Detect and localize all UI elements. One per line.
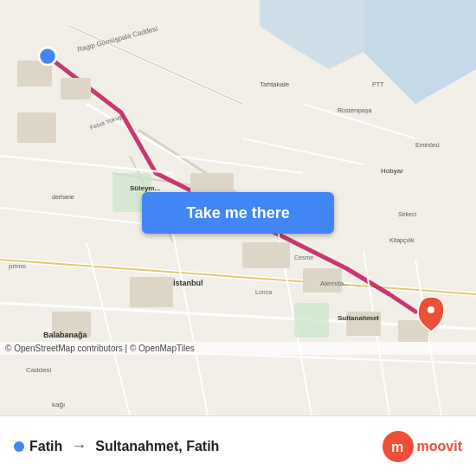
svg-text:Süleym...: Süleym...: [130, 184, 160, 192]
svg-text:Sultanahmet: Sultanahmet: [338, 314, 379, 322]
destination-label: Sultanahmet, Fatih: [95, 439, 219, 454]
origin-label: Fatih: [29, 439, 62, 454]
svg-text:Lonca: Lonca: [255, 289, 272, 295]
svg-text:Kitapçılık: Kitapçılık: [389, 237, 415, 244]
map-container[interactable]: Ragip Gümüşpala Caddesi Fetva Yokuşu Sül…: [0, 0, 476, 415]
svg-text:primo: primo: [9, 262, 27, 270]
svg-rect-32: [294, 303, 329, 338]
svg-text:Cesme: Cesme: [294, 254, 313, 261]
svg-rect-22: [61, 78, 91, 100]
moovit-text-label: moovit: [417, 439, 462, 454]
svg-text:Sirkeci: Sirkeci: [398, 211, 416, 217]
origin-section: Fatih: [14, 439, 62, 454]
svg-text:Rüstempaşa: Rüstempaşa: [338, 107, 371, 114]
svg-point-58: [428, 306, 434, 313]
origin-dot-icon: [14, 441, 24, 452]
svg-rect-29: [130, 277, 173, 307]
svg-rect-25: [242, 242, 290, 268]
svg-text:PTT: PTT: [372, 81, 384, 87]
moovit-logo: m moovit: [383, 431, 462, 462]
svg-text:Tahtakale: Tahtakale: [260, 80, 290, 88]
moovit-icon: m: [383, 431, 414, 462]
svg-rect-23: [17, 113, 56, 143]
copyright-text: © OpenStreetMap contributors | © OpenMap…: [5, 344, 195, 353]
svg-text:Hobyar: Hobyar: [381, 167, 403, 175]
copyright-bar: © OpenStreetMap contributors | © OpenMap…: [0, 342, 476, 355]
svg-point-57: [39, 48, 56, 65]
svg-text:kağı: kağı: [52, 401, 65, 408]
svg-text:İstanbul: İstanbul: [173, 279, 203, 287]
svg-text:Eminönü: Eminönü: [415, 142, 440, 148]
take-me-there-button[interactable]: Take me there: [142, 192, 334, 234]
bottom-bar: Fatih → Sultanahmet, Fatih m moovit: [0, 415, 476, 476]
svg-text:Alemda...: Alemda...: [320, 280, 350, 287]
svg-text:derhane: derhane: [52, 194, 74, 200]
svg-text:Caddesi: Caddesi: [26, 366, 52, 374]
arrow-icon: →: [71, 437, 87, 455]
svg-text:Balabanağa: Balabanağa: [43, 331, 88, 339]
svg-text:m: m: [391, 440, 403, 454]
